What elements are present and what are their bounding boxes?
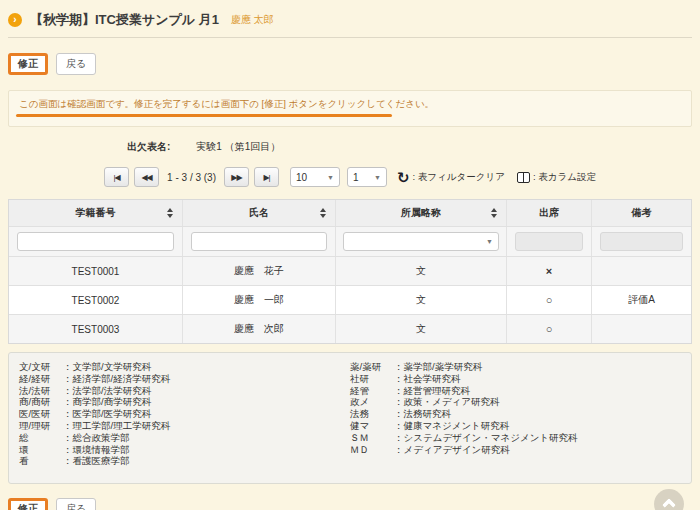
column-config-icon[interactable] xyxy=(517,172,530,183)
attendance-filter-input-disabled xyxy=(515,232,583,251)
legend-item: 総：総合政策学部 xyxy=(19,432,350,444)
affiliation-legend: 文/文研：文学部/文学研究科 経/経研：経済学部/経済学研究科 法/法研：法学部… xyxy=(8,352,692,484)
legend-item: 法務：法務研究科 xyxy=(350,408,681,420)
legend-item: 法/法研：法学部/法学研究科 xyxy=(19,385,350,397)
filter-clear-label: : 表フィルタークリア xyxy=(413,171,505,184)
name-cell: 慶應 一郎 xyxy=(183,286,336,314)
student-id-cell: TEST0001 xyxy=(9,257,183,285)
affiliation-cell: 文 xyxy=(336,315,507,343)
legend-item: 理/理研：理工学部/理工学研究科 xyxy=(19,420,350,432)
edit-button-bottom[interactable]: 修正 xyxy=(8,498,48,510)
legend-left-column: 文/文研：文学部/文学研究科 経/経研：経済学部/経済学研究科 法/法研：法学部… xyxy=(19,361,350,467)
last-page-button[interactable]: ▶| xyxy=(254,167,279,187)
table-row: TEST0001 慶應 花子 文 × xyxy=(9,256,691,285)
first-page-button[interactable]: |◀ xyxy=(104,167,129,187)
student-id-cell: TEST0002 xyxy=(9,286,183,314)
attendance-cell: ○ xyxy=(507,315,592,343)
note-cell xyxy=(592,315,691,343)
affiliation-cell: 文 xyxy=(336,286,507,314)
page-size-value: 10 xyxy=(296,172,307,183)
legend-item: 経管：経営管理研究科 xyxy=(350,385,681,397)
sheet-name-row: 出欠表名: 実験1 （第1回目） xyxy=(127,140,692,154)
attendance-table: 学籍番号 氏名 所属略称 出席 備考 ▼ xyxy=(8,199,692,344)
column-config-label: : 表カラム設定 xyxy=(533,171,596,184)
filter-clear-icon[interactable]: ↻ xyxy=(397,170,410,185)
student-id-cell: TEST0003 xyxy=(9,315,183,343)
page-number-select[interactable]: 1 ▼ xyxy=(347,167,387,187)
back-button-top[interactable]: 戻る xyxy=(56,53,96,75)
name-filter-input[interactable] xyxy=(191,232,327,251)
legend-item: 健マ：健康マネジメント研究科 xyxy=(350,420,681,432)
confirmation-notice: この画面は確認画面です。修正を完了するには画面下の [修正] ボタンをクリックし… xyxy=(8,90,692,127)
student-id-filter-input[interactable] xyxy=(17,232,174,251)
legend-item: 商/商研：商学部/商学研究科 xyxy=(19,396,350,408)
sort-icon[interactable] xyxy=(320,208,326,218)
column-header-attendance: 出席 xyxy=(507,200,592,226)
chevron-down-icon: ▼ xyxy=(327,174,334,181)
header-divider xyxy=(8,37,692,38)
affiliation-filter-select[interactable]: ▼ xyxy=(343,232,499,251)
table-filter-row: ▼ xyxy=(9,226,691,256)
breadcrumb-arrow-icon: › xyxy=(8,13,22,27)
note-cell xyxy=(592,257,691,285)
pagination-bar: |◀ ◀◀ 1 - 3 / 3 (3) ▶▶ ▶| 10 ▼ 1 ▼ ↻ : 表… xyxy=(8,167,692,187)
notice-text: この画面は確認画面です。修正を完了するには画面下の [修正] ボタンをクリックし… xyxy=(19,98,681,111)
back-button-bottom[interactable]: 戻る xyxy=(56,498,96,510)
notice-underline xyxy=(16,114,392,117)
column-header-student-id: 学籍番号 xyxy=(9,200,183,226)
table-header-row: 学籍番号 氏名 所属略称 出席 備考 xyxy=(9,200,691,226)
attendance-cell: ○ xyxy=(507,286,592,314)
page-title: 【秋学期】ITC授業サンプル 月1 xyxy=(30,11,219,29)
legend-item: 社研：社会学研究科 xyxy=(350,373,681,385)
legend-item: 薬/薬研：薬学部/薬学研究科 xyxy=(350,361,681,373)
column-header-affiliation: 所属略称 xyxy=(336,200,507,226)
edit-button-top[interactable]: 修正 xyxy=(8,53,48,75)
sort-icon[interactable] xyxy=(167,208,173,218)
page-range-text: 1 - 3 / 3 (3) xyxy=(167,172,216,183)
chevron-down-icon: ▼ xyxy=(486,238,493,245)
page-size-select[interactable]: 10 ▼ xyxy=(290,167,340,187)
legend-item: 看：看護医療学部 xyxy=(19,455,350,467)
sheet-name-label: 出欠表名: xyxy=(127,140,170,154)
next-page-button[interactable]: ▶▶ xyxy=(224,167,249,187)
name-cell: 慶應 次郎 xyxy=(183,315,336,343)
legend-item: ＳＭ：システムデザイン・マネジメント研究科 xyxy=(350,432,681,444)
prev-page-button[interactable]: ◀◀ xyxy=(134,167,159,187)
legend-item: 環：環境情報学部 xyxy=(19,444,350,456)
bottom-action-row: 修正 戻る xyxy=(8,498,692,510)
table-row: TEST0002 慶應 一郎 文 ○ 評価A xyxy=(9,285,691,314)
legend-item: 経/経研：経済学部/経済学研究科 xyxy=(19,373,350,385)
note-cell: 評価A xyxy=(592,286,691,314)
top-action-row: 修正 戻る xyxy=(8,53,692,75)
legend-right-column: 薬/薬研：薬学部/薬学研究科 社研：社会学研究科 経管：経営管理研究科 政メ：政… xyxy=(350,361,681,467)
legend-item: 政メ：政策・メディア研究科 xyxy=(350,396,681,408)
teacher-name: 慶應 太郎 xyxy=(231,13,274,27)
name-cell: 慶應 花子 xyxy=(183,257,336,285)
chevron-down-icon: ▼ xyxy=(374,174,381,181)
column-header-note: 備考 xyxy=(592,200,691,226)
column-header-name: 氏名 xyxy=(183,200,336,226)
legend-item: 医/医研：医学部/医学研究科 xyxy=(19,408,350,420)
legend-item: 文/文研：文学部/文学研究科 xyxy=(19,361,350,373)
attendance-cell: × xyxy=(507,257,592,285)
page: › 【秋学期】ITC授業サンプル 月1 慶應 太郎 修正 戻る この画面は確認画… xyxy=(0,0,700,510)
affiliation-cell: 文 xyxy=(336,257,507,285)
note-filter-input-disabled xyxy=(600,232,683,251)
sheet-name-value: 実験1 （第1回目） xyxy=(196,140,280,154)
page-number-value: 1 xyxy=(353,172,359,183)
table-row: TEST0003 慶應 次郎 文 ○ xyxy=(9,314,691,343)
legend-item: ＭＤ：メディアデザイン研究科 xyxy=(350,444,681,456)
chevron-up-icon xyxy=(662,498,676,510)
title-bar: › 【秋学期】ITC授業サンプル 月1 慶應 太郎 xyxy=(8,8,692,37)
sort-icon[interactable] xyxy=(491,208,497,218)
